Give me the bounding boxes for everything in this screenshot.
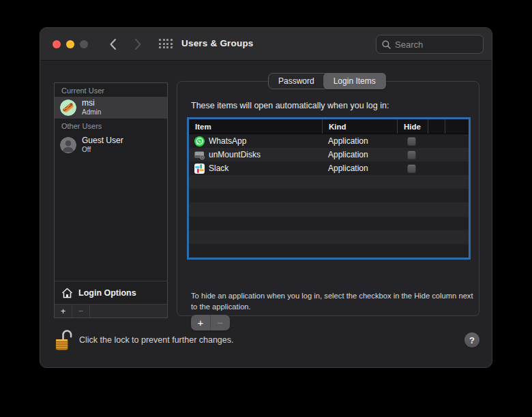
slack-icon: [194, 164, 205, 174]
table-row[interactable]: unMountDisks Application: [189, 148, 469, 161]
login-item-name: unMountDisks: [209, 150, 261, 159]
lock-message: Click the lock to prevent further change…: [79, 335, 234, 345]
page-title: Users & Groups: [181, 38, 254, 48]
login-item-kind: Application: [328, 136, 368, 146]
column-header-empty-2: [445, 119, 469, 134]
empty-row: [189, 230, 469, 244]
search-icon: [382, 40, 391, 49]
hide-checkbox[interactable]: [407, 164, 416, 173]
current-user-name: msi: [82, 99, 101, 108]
minimize-button[interactable]: [66, 40, 74, 48]
sidebar-item-guest-user[interactable]: Guest User Off: [55, 132, 167, 158]
sidebar-item-login-options[interactable]: Login Options: [55, 281, 167, 304]
intro-text: These items will open automatically when…: [191, 101, 479, 110]
guest-avatar: [60, 137, 76, 153]
home-icon: [61, 288, 73, 298]
login-item-kind: Application: [328, 150, 368, 159]
help-button[interactable]: ?: [464, 333, 479, 348]
title-bar: Users & Groups Search: [40, 28, 492, 61]
search-placeholder: Search: [395, 40, 423, 50]
sidebar-item-current-user[interactable]: msi Admin: [55, 97, 167, 119]
footer: Click the lock to prevent further change…: [55, 325, 479, 355]
remove-user-button[interactable]: −: [72, 305, 90, 318]
column-header-item[interactable]: Item: [189, 119, 322, 134]
current-user-text: msi Admin: [82, 99, 101, 116]
guest-user-text: Guest User Off: [82, 136, 123, 153]
table-row[interactable]: WhatsApp Application: [189, 134, 469, 148]
empty-row: [189, 175, 469, 189]
empty-row: [189, 189, 469, 202]
column-header-hide[interactable]: Hide: [397, 119, 428, 134]
back-button[interactable]: [105, 37, 120, 52]
search-input[interactable]: Search: [376, 35, 484, 54]
guest-user-status: Off: [82, 146, 123, 154]
current-user-label: Current User: [55, 83, 167, 97]
login-item-name: Slack: [209, 164, 228, 173]
drive-icon: [194, 150, 205, 160]
empty-row: [189, 217, 469, 230]
guest-user-name: Guest User: [82, 136, 123, 146]
table-header: Item Kind Hide: [189, 119, 469, 134]
show-all-grid-icon[interactable]: [159, 39, 173, 48]
other-users-label: Other Users: [55, 119, 167, 132]
chevron-right-icon: [134, 38, 142, 50]
hide-checkbox[interactable]: [407, 137, 416, 146]
chevron-left-icon: [109, 38, 117, 50]
unlocked-lock-icon[interactable]: [55, 328, 72, 352]
column-header-empty-1: [428, 119, 445, 134]
empty-row: [189, 202, 469, 216]
table-row[interactable]: Slack Application: [189, 161, 469, 175]
close-button[interactable]: [53, 40, 61, 48]
sidebar-add-remove-strip: + −: [55, 304, 167, 318]
zoom-button-disabled: [80, 40, 88, 48]
login-options-label: Login Options: [78, 288, 136, 298]
empty-row: [189, 244, 469, 258]
hotdog-avatar: [60, 99, 76, 116]
hide-checkbox[interactable]: [407, 151, 416, 159]
tab-login-items[interactable]: Login Items: [323, 73, 386, 89]
tab-password[interactable]: Password: [269, 74, 324, 89]
login-items-panel: These items will open automatically when…: [177, 81, 479, 316]
user-list-sidebar: Current User msi Admin Other Users: [54, 82, 168, 318]
tab-bar: Password Login Items: [268, 73, 386, 89]
column-header-kind[interactable]: Kind: [322, 119, 397, 134]
login-item-kind: Application: [328, 164, 368, 173]
hide-helper-text: To hide an application when you log in, …: [191, 290, 480, 312]
traffic-lights: [53, 40, 88, 48]
login-items-table[interactable]: Item Kind Hide WhatsApp Application: [187, 117, 471, 260]
add-user-button[interactable]: +: [55, 305, 72, 318]
whatsapp-icon: [194, 136, 205, 146]
forward-button: [130, 37, 145, 52]
login-item-name: WhatsApp: [209, 136, 246, 146]
current-user-role: Admin: [82, 108, 101, 117]
users-groups-window: Users & Groups Search Current User msi: [40, 27, 492, 368]
